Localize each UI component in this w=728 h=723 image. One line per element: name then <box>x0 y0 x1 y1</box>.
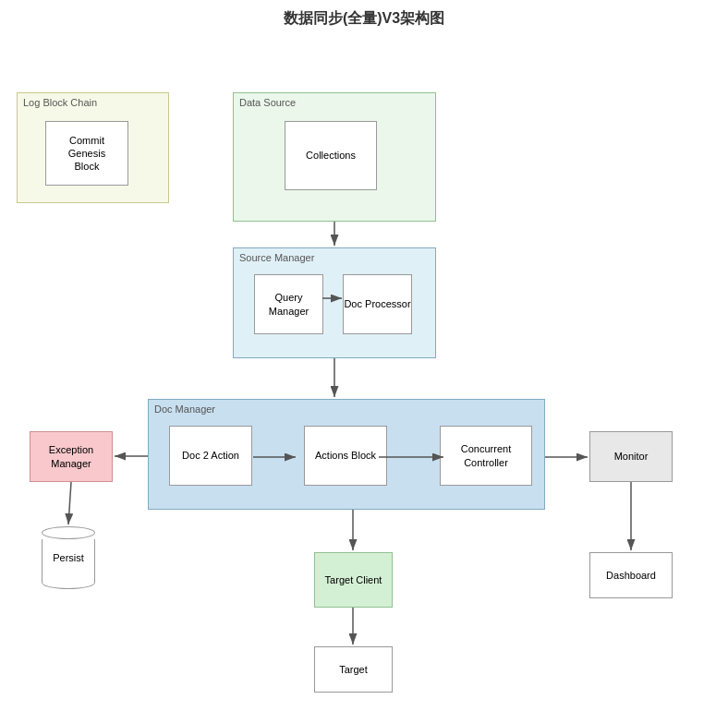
exception-manager-label: ExceptionManager <box>49 443 93 470</box>
query-manager-label: Query Manager <box>255 291 322 318</box>
target-client-label: Target Client <box>325 573 382 586</box>
cylinder-top <box>42 526 95 539</box>
dashboard-label: Dashboard <box>606 569 656 582</box>
commit-genesis-label: CommitGenesisBlock <box>68 134 105 174</box>
cylinder-bottom <box>42 576 95 589</box>
source-manager-label: Source Manager <box>239 252 314 263</box>
exception-manager-box: ExceptionManager <box>30 431 113 482</box>
dashboard-box: Dashboard <box>589 552 673 598</box>
monitor-label: Monitor <box>614 450 649 463</box>
collections-box: Collections <box>285 121 377 190</box>
page-title: 数据同步(全量)V3架构图 <box>9 9 719 29</box>
doc-processor-box: Doc Processor <box>343 274 412 334</box>
actions-block-label: Actions Block <box>315 449 376 462</box>
log-block-chain-region: Log Block Chain CommitGenesisBlock <box>17 92 169 203</box>
data-source-region: Data Source Collections <box>233 92 436 222</box>
svg-line-4 <box>68 482 71 524</box>
log-block-chain-label: Log Block Chain <box>23 97 97 108</box>
doc-manager-region: Doc Manager Doc 2 Action Actions Block C… <box>148 399 545 510</box>
actions-block-box: Actions Block <box>304 426 387 486</box>
source-manager-region: Source Manager Query Manager Doc Process… <box>233 247 436 358</box>
diagram-container: 数据同步(全量)V3架构图 Log Block Chain CommitGene… <box>0 0 728 723</box>
doc-processor-label: Doc Processor <box>344 297 410 310</box>
persist-label: Persist <box>53 552 84 563</box>
commit-genesis-box: CommitGenesisBlock <box>45 121 128 186</box>
doc2-action-label: Doc 2 Action <box>182 449 239 462</box>
target-client-box: Target Client <box>314 552 393 608</box>
doc2-action-box: Doc 2 Action <box>169 426 252 486</box>
collections-label: Collections <box>306 149 356 162</box>
monitor-box: Monitor <box>589 431 673 482</box>
concurrent-controller-box: Concurrent Controller <box>440 426 532 486</box>
doc-manager-label: Doc Manager <box>154 404 215 415</box>
concurrent-controller-label: Concurrent Controller <box>441 442 531 469</box>
target-label: Target <box>339 663 368 676</box>
persist-cylinder: Persist <box>42 526 95 589</box>
data-source-label: Data Source <box>239 97 296 108</box>
target-box: Target <box>314 646 393 693</box>
query-manager-box: Query Manager <box>254 274 323 334</box>
